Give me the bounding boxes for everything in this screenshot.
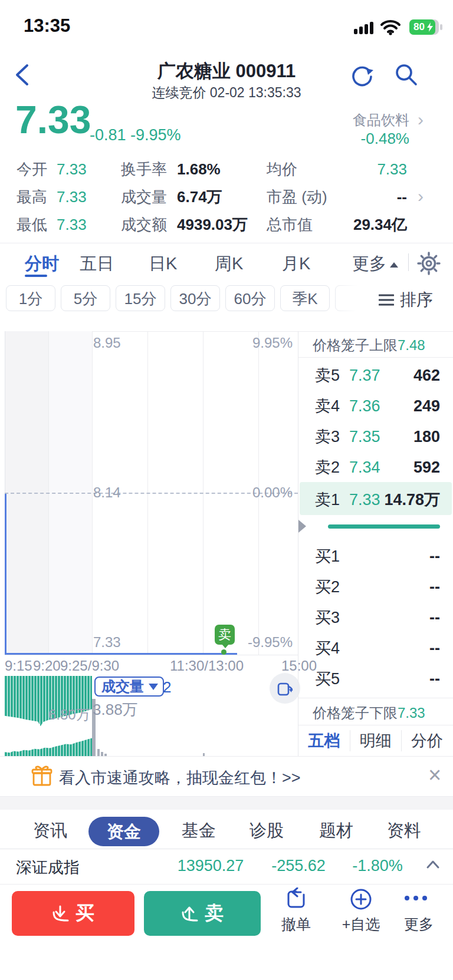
tab-daily-k[interactable]: 日K bbox=[149, 252, 177, 276]
bid-label: 买1 bbox=[315, 541, 340, 572]
cancel-order-label[interactable]: 撤单 bbox=[281, 915, 311, 934]
more-dots-icon[interactable] bbox=[405, 896, 427, 900]
spread-separator-bar bbox=[328, 524, 440, 529]
search-icon[interactable] bbox=[394, 62, 419, 87]
caret-down-icon bbox=[149, 684, 158, 690]
stat-value-turnover-rate: 1.68% bbox=[177, 160, 221, 178]
bid-label: 买4 bbox=[315, 633, 340, 664]
bid-row-1[interactable]: 买1 -- -- bbox=[298, 541, 453, 572]
bid-label: 买5 bbox=[315, 664, 340, 694]
stat-value-volume: 6.74万 bbox=[177, 188, 222, 206]
interval-15min[interactable]: 15分 bbox=[116, 285, 165, 311]
tab-theme[interactable]: 题材 bbox=[319, 819, 353, 843]
ask-row-5[interactable]: 卖5 7.37 462 bbox=[298, 360, 453, 391]
ask-qty: 249 bbox=[413, 391, 440, 421]
active-tab-underline bbox=[25, 275, 47, 277]
interval-5min[interactable]: 5分 bbox=[61, 285, 110, 311]
minute-chart-canvas[interactable] bbox=[5, 331, 298, 655]
interval-quarter-k[interactable]: 季K bbox=[280, 285, 330, 311]
ask-price: 7.37 bbox=[349, 360, 380, 391]
tab-more[interactable]: 更多 bbox=[352, 252, 398, 276]
last-price: 7.33 bbox=[15, 100, 91, 139]
divider bbox=[0, 243, 453, 243]
cellular-signal-icon bbox=[354, 21, 374, 34]
tab-more-label: 更多 bbox=[352, 254, 386, 273]
divider bbox=[0, 849, 453, 849]
stat-label-amount: 成交额 bbox=[121, 216, 167, 233]
tab-detail[interactable]: 明细 bbox=[350, 725, 401, 756]
tab-five-level[interactable]: 五档 bbox=[298, 725, 350, 756]
sort-button[interactable]: 排序 bbox=[400, 289, 433, 311]
price-line-horizontal bbox=[5, 653, 237, 655]
sector-chevron-icon[interactable]: › bbox=[418, 110, 424, 130]
more-label[interactable]: 更多 bbox=[404, 915, 434, 934]
sell-button[interactable]: 卖 bbox=[144, 891, 261, 936]
tab-weekly-k[interactable]: 周K bbox=[215, 252, 243, 276]
tab-monthly-k[interactable]: 月K bbox=[282, 252, 310, 276]
interval-60min[interactable]: 60分 bbox=[225, 285, 275, 311]
tab-minute[interactable]: 分时 bbox=[25, 252, 59, 276]
pe-chevron-icon[interactable]: › bbox=[418, 186, 424, 206]
volume-indicator-label: 成交量 bbox=[101, 678, 144, 694]
spread-handle-icon[interactable] bbox=[298, 520, 306, 533]
collapse-chevron-icon[interactable] bbox=[426, 859, 440, 870]
ask-qty: 462 bbox=[413, 360, 440, 391]
divider bbox=[408, 253, 409, 271]
tab-news[interactable]: 资讯 bbox=[33, 819, 67, 843]
sell-marker-badge[interactable]: 卖 bbox=[215, 625, 235, 645]
tab-fund[interactable]: 基金 bbox=[182, 819, 216, 843]
ask-row-1[interactable]: 卖1 7.33 14.78万 bbox=[298, 484, 453, 515]
battery-icon: 80 bbox=[409, 19, 439, 35]
volume-gray-bar bbox=[101, 752, 103, 756]
index-change: -255.62 bbox=[271, 857, 326, 875]
page-title: 广农糖业 000911 bbox=[0, 59, 453, 84]
divider bbox=[298, 698, 453, 698]
bid-qty: -- bbox=[429, 572, 440, 602]
tab-price-dist[interactable]: 分价 bbox=[401, 725, 453, 756]
charging-bolt-icon bbox=[426, 22, 434, 32]
sort-icon[interactable] bbox=[379, 293, 394, 306]
interval-30min[interactable]: 30分 bbox=[170, 285, 220, 311]
close-icon[interactable]: × bbox=[428, 763, 441, 788]
sector-name[interactable]: 食品饮料 bbox=[353, 111, 409, 130]
add-watchlist-icon[interactable] bbox=[349, 887, 373, 911]
gear-icon[interactable] bbox=[416, 251, 441, 276]
bid-row-3[interactable]: 买3 -- -- bbox=[298, 602, 453, 633]
sell-label: 卖 bbox=[205, 900, 224, 926]
ask-price: 7.35 bbox=[349, 421, 380, 452]
gift-icon bbox=[31, 765, 53, 787]
bid-row-4[interactable]: 买4 -- -- bbox=[298, 633, 453, 664]
rotate-landscape-button[interactable] bbox=[270, 673, 300, 704]
volume-indicator-selector[interactable]: 成交量 bbox=[94, 677, 164, 697]
index-name[interactable]: 深证成指 bbox=[16, 857, 80, 878]
tab-diagnose[interactable]: 诊股 bbox=[250, 819, 284, 843]
ask-row-4[interactable]: 卖4 7.36 249 bbox=[298, 391, 453, 421]
buy-arrow-icon bbox=[52, 905, 70, 922]
volume-peak-label: 6.80万 bbox=[48, 705, 90, 724]
price-cage-upper-label: 价格笼子上限 bbox=[313, 337, 398, 353]
bid-label: 买3 bbox=[315, 602, 340, 633]
stat-label-open: 今开 bbox=[17, 160, 47, 178]
volume-gray-bar bbox=[97, 749, 100, 756]
wifi-icon bbox=[380, 19, 401, 36]
ask-row-2[interactable]: 卖2 7.34 592 bbox=[298, 452, 453, 483]
price-change: -0.81 -9.95% bbox=[90, 126, 181, 144]
promo-banner-text[interactable]: 看入市速通攻略，抽现金红包！>> bbox=[59, 767, 301, 788]
bid-row-5[interactable]: 买5 -- -- bbox=[298, 664, 453, 694]
price-line-vertical bbox=[5, 494, 6, 654]
stock-detail-screen: 13:35 80 广农糖业 000911 连续竞价 02-02 13:35:33… bbox=[0, 0, 453, 980]
ask-label: 卖3 bbox=[315, 421, 340, 452]
tab-five-day[interactable]: 五日 bbox=[80, 252, 114, 276]
stat-label-turnover-rate: 换手率 bbox=[121, 160, 167, 178]
ask-price: 7.36 bbox=[349, 391, 380, 421]
cancel-order-icon[interactable] bbox=[284, 887, 308, 911]
add-watchlist-label[interactable]: +自选 bbox=[342, 915, 380, 934]
tab-profile[interactable]: 资料 bbox=[387, 819, 421, 843]
tab-funds-active[interactable]: 资金 bbox=[88, 817, 159, 846]
buy-button[interactable]: 买 bbox=[12, 891, 134, 936]
ask-row-3[interactable]: 卖3 7.35 180 bbox=[298, 421, 453, 452]
sector-change: -0.48% bbox=[361, 130, 409, 148]
refresh-icon[interactable] bbox=[350, 64, 374, 87]
bid-row-2[interactable]: 买2 -- -- bbox=[298, 572, 453, 602]
interval-1min[interactable]: 1分 bbox=[6, 285, 55, 311]
